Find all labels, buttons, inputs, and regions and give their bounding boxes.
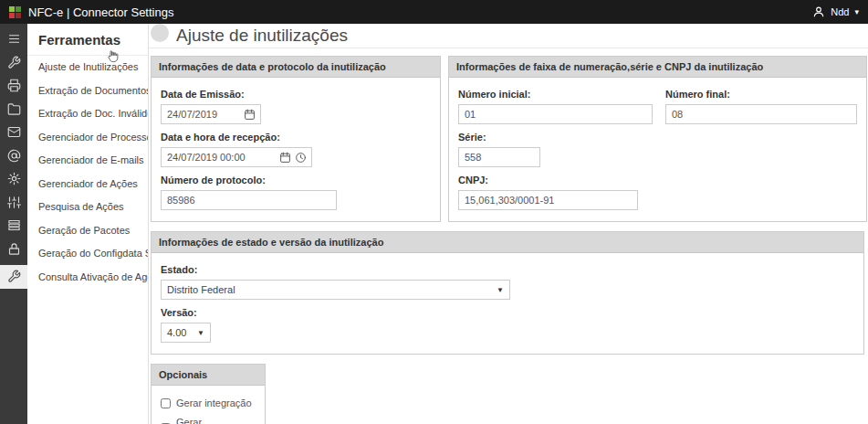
sidebar: Ferramentas Ajuste de Inutilizações Extr… bbox=[27, 24, 149, 424]
sidebar-item-extracao-de-doc-invalidos[interactable]: Extração de Doc. Inválidos bbox=[27, 102, 148, 126]
versao-select[interactable]: 4.00 ▼ bbox=[161, 323, 211, 343]
sidebar-item-consulta-ativacao-de-agente[interactable]: Consulta Ativação de Agente bbox=[27, 266, 148, 290]
estado-selected-value: Distrito Federal bbox=[167, 284, 235, 295]
sidebar-title: Ferramentas bbox=[27, 24, 148, 56]
gerar-integracao-checkbox[interactable] bbox=[161, 398, 171, 408]
gerar-integracao-label: Gerar integração bbox=[176, 398, 252, 408]
sidebar-item-geracao-de-pacotes[interactable]: Geração de Pacotes bbox=[27, 219, 148, 243]
emissao-input[interactable] bbox=[162, 105, 240, 123]
numero-inicial-label: Número inicial: bbox=[458, 89, 653, 100]
app-title: NFC-e | Connector Settings bbox=[28, 5, 173, 19]
sidebar-item-geracao-do-configdata-sat[interactable]: Geração do Configdata SAT bbox=[27, 242, 148, 266]
gerar-estatisticas-option[interactable]: Gerar Estatísticas bbox=[161, 417, 256, 424]
sidebar-item-pesquisa-de-acoes[interactable]: Pesquisa de Ações bbox=[27, 196, 148, 219]
printer-icon[interactable] bbox=[0, 74, 27, 98]
emissao-input-group bbox=[161, 104, 261, 124]
chevron-down-icon: ▾ bbox=[854, 8, 859, 16]
select-arrow-icon: ▼ bbox=[197, 329, 204, 337]
panel-opcionais-title: Opcionais bbox=[152, 365, 265, 386]
panel-faixa-cnpj: Informações de faixa de numeração,série … bbox=[448, 56, 867, 222]
at-sign-icon[interactable] bbox=[0, 144, 27, 168]
emissao-label: Data de Emissão: bbox=[161, 89, 431, 100]
select-arrow-icon: ▼ bbox=[497, 286, 504, 294]
sliders-icon[interactable] bbox=[0, 191, 27, 215]
estado-label: Estado: bbox=[161, 264, 854, 275]
panel-faixa-cnpj-title: Informações de faixa de numeração,série … bbox=[449, 57, 866, 78]
gerar-estatisticas-label: Gerar Estatísticas bbox=[176, 417, 256, 424]
menu-icon[interactable] bbox=[0, 27, 27, 51]
list-icon[interactable] bbox=[0, 214, 27, 238]
numero-final-input[interactable] bbox=[665, 104, 857, 124]
folder-icon[interactable] bbox=[0, 98, 27, 122]
cnpj-input[interactable] bbox=[458, 190, 638, 210]
panel-date-protocol: Informações de data e protocolo da inuti… bbox=[151, 56, 441, 222]
clock-icon[interactable] bbox=[295, 152, 307, 164]
calendar-icon[interactable] bbox=[244, 109, 256, 121]
protocolo-input[interactable] bbox=[161, 190, 337, 210]
sidebar-item-gerenciador-de-processos[interactable]: Gerenciador de Processos bbox=[27, 126, 148, 150]
topbar: NFC-e | Connector Settings Ndd ▾ bbox=[0, 0, 868, 24]
versao-selected-value: 4.00 bbox=[167, 327, 186, 338]
panel-opcionais: Opcionais Gerar integração Gerar Estatís… bbox=[151, 364, 266, 424]
lock-icon[interactable] bbox=[0, 238, 27, 261]
user-name: Ndd bbox=[831, 6, 849, 17]
recepcao-input[interactable] bbox=[162, 148, 276, 166]
protocolo-label: Número de protocolo: bbox=[161, 175, 431, 186]
sidebar-item-gerenciador-de-emails[interactable]: Gerenciador de E-mails bbox=[27, 149, 148, 173]
gear-icon[interactable] bbox=[0, 167, 27, 191]
numero-final-label: Número final: bbox=[665, 89, 857, 100]
panel-estado-versao-title: Informações de estado e versão da inutil… bbox=[152, 232, 863, 253]
gerar-integracao-option[interactable]: Gerar integração bbox=[161, 398, 256, 408]
user-icon bbox=[812, 5, 825, 18]
main-content: Ajuste de inutilizações Informações de d… bbox=[149, 24, 868, 424]
sidebar-item-gerenciador-de-acoes[interactable]: Gerenciador de Ações bbox=[27, 173, 148, 196]
calendar-icon[interactable] bbox=[279, 152, 291, 164]
panel-estado-versao: Informações de estado e versão da inutil… bbox=[151, 231, 864, 355]
serie-label: Série: bbox=[458, 132, 857, 143]
sidebar-item-ajuste-de-inutilizacoes[interactable]: Ajuste de Inutilizações bbox=[27, 56, 148, 80]
wrench-icon-active[interactable] bbox=[0, 265, 27, 289]
sidebar-item-extracao-de-documentos[interactable]: Extração de Documentos bbox=[27, 80, 148, 103]
serie-input[interactable] bbox=[458, 147, 540, 167]
decorative-circle bbox=[151, 24, 169, 42]
page-header: Ajuste de inutilizações bbox=[149, 24, 868, 48]
numero-inicial-input[interactable] bbox=[458, 104, 653, 124]
mail-icon[interactable] bbox=[0, 121, 27, 144]
estado-select[interactable]: Distrito Federal ▼ bbox=[161, 280, 510, 300]
panel-date-protocol-title: Informações de data e protocolo da inuti… bbox=[152, 57, 440, 78]
versao-label: Versão: bbox=[161, 307, 854, 318]
recepcao-input-group bbox=[161, 147, 312, 167]
app-logo-icon bbox=[9, 6, 21, 18]
cnpj-label: CNPJ: bbox=[458, 175, 857, 186]
icon-rail bbox=[0, 24, 27, 424]
user-menu[interactable]: Ndd ▾ bbox=[812, 5, 859, 18]
recepcao-label: Data e hora de recepção: bbox=[161, 132, 431, 143]
tools-icon[interactable] bbox=[0, 51, 27, 75]
page-title: Ajuste de inutilizações bbox=[176, 26, 348, 46]
